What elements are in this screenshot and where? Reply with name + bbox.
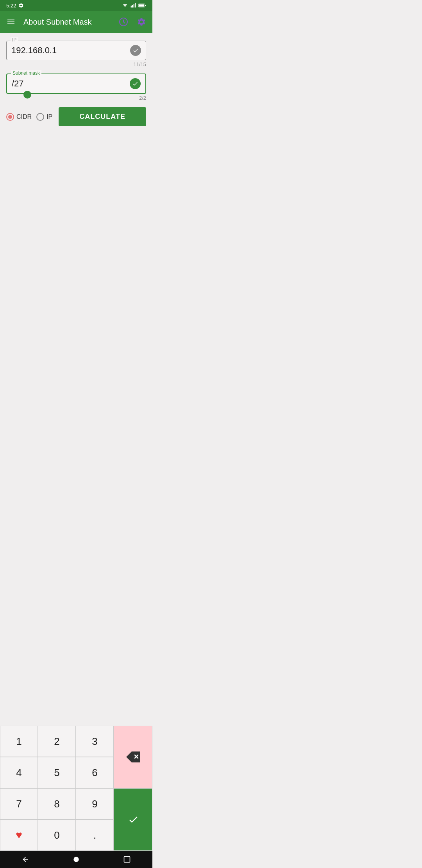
svg-rect-0	[131, 6, 132, 8]
subnet-label: Subnet mask	[11, 70, 41, 76]
ip-radio-label: IP	[46, 113, 52, 120]
ip-value: 192.168.0.1	[11, 45, 130, 56]
action-row: CIDR IP CALCULATE	[6, 107, 146, 126]
subnet-input-wrapper[interactable]: Subnet mask /27	[6, 74, 146, 94]
ip-radio-circle	[36, 113, 44, 121]
settings-button[interactable]	[135, 16, 148, 28]
history-icon	[119, 17, 128, 27]
main-content: IP 192.168.0.1 11/15 Subnet mask /27 2/2…	[0, 33, 152, 134]
cidr-radio-circle	[6, 113, 14, 121]
gear-icon	[137, 17, 146, 27]
svg-rect-1	[132, 5, 133, 7]
history-button[interactable]	[117, 16, 130, 28]
hamburger-icon	[6, 17, 16, 27]
app-bar-icons	[117, 16, 148, 28]
subnet-value: /27	[12, 79, 130, 89]
svg-rect-5	[145, 5, 146, 6]
svg-rect-2	[134, 4, 134, 7]
wifi-icon	[122, 3, 128, 8]
ip-input-group: IP 192.168.0.1 11/15	[6, 41, 146, 67]
subnet-check-icon	[130, 78, 141, 89]
slider-dot	[23, 91, 31, 99]
cidr-radio-label: CIDR	[16, 113, 32, 120]
svg-rect-3	[135, 3, 136, 8]
ip-label: IP	[11, 37, 18, 43]
calculate-button[interactable]: CALCULATE	[59, 107, 146, 126]
ip-counter: 11/15	[6, 61, 146, 67]
cidr-radio[interactable]: CIDR	[6, 113, 32, 121]
status-bar: 5:22	[0, 0, 152, 11]
signal-icon	[131, 3, 136, 8]
settings-status-icon	[18, 3, 24, 8]
subnet-input-group: Subnet mask /27 2/2	[6, 74, 146, 101]
ip-radio[interactable]: IP	[36, 113, 52, 121]
radio-group: CIDR IP	[6, 113, 52, 121]
page-title: About Subnet Mask	[23, 18, 117, 27]
app-bar: About Subnet Mask	[0, 11, 152, 33]
status-time: 5:22	[6, 3, 16, 9]
svg-rect-6	[139, 4, 144, 6]
ip-input-wrapper[interactable]: IP 192.168.0.1	[6, 41, 146, 60]
status-bar-left: 5:22	[6, 3, 24, 9]
ip-check-icon	[130, 45, 141, 56]
battery-icon	[138, 3, 146, 8]
status-bar-right	[122, 3, 146, 8]
menu-button[interactable]	[5, 16, 17, 28]
